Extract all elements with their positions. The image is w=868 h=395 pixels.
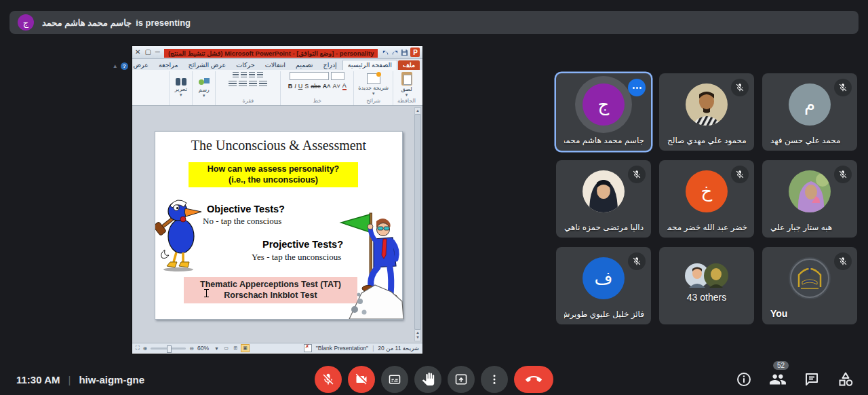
captions-icon	[388, 373, 401, 386]
climber-with-flag-cartoon	[329, 212, 403, 319]
activities-button[interactable]	[837, 371, 854, 388]
participant-name: فائز خليل عليوي طويرش	[564, 309, 644, 319]
participant-tile[interactable]: ف فائز خليل عليوي طويرش	[556, 247, 651, 324]
quick-access-toolbar: P	[382, 48, 420, 57]
presenting-status: is presenting	[136, 18, 191, 28]
powerpoint-titlebar: ✕ ▢ ─ personality - [وضع التوافق] - Micr…	[132, 46, 422, 59]
info-icon	[736, 371, 752, 388]
reading-view-icon: ▭	[222, 344, 231, 352]
participant-tile[interactable]: هبه ستار جبار علي	[762, 160, 857, 238]
self-tile[interactable]: You	[762, 247, 857, 324]
group-label-font: خط	[313, 97, 322, 105]
undo-icon	[382, 49, 389, 56]
meet-app: ج جاسم محمد هاشم محمد is presenting ✕ ▢ …	[0, 0, 868, 395]
participant-name: داليا مرتضى حمزه ناهي	[564, 223, 644, 232]
participant-tile[interactable]: داليا مرتضى حمزه ناهي	[556, 160, 651, 238]
meeting-details-button[interactable]	[735, 371, 753, 388]
objective-tests-heading: Objective Tests?	[207, 204, 285, 214]
avatar-logo	[789, 257, 831, 299]
powerpoint-statusbar: ⛶ ⊕ ⊖ 60% ▼ ▭ ⊞ ▣ "Blank Presentation" |…	[132, 343, 422, 353]
participant-name: جاسم محمد هاشم محمد	[564, 136, 644, 145]
group-label-clipboard: الحافظة	[397, 97, 416, 105]
raise-hand-button[interactable]	[414, 366, 441, 393]
mic-off-icon	[628, 166, 646, 183]
present-button[interactable]	[448, 366, 475, 393]
presenter-avatar-letter: ج	[23, 18, 28, 28]
presenter-name: جاسم محمد هاشم محمد	[42, 18, 132, 28]
leave-call-button[interactable]	[514, 366, 553, 393]
participant-tile[interactable]: خ خضر عبد الله خضر محمد	[659, 160, 754, 238]
slideshow-view-icon: ▼	[212, 344, 221, 352]
redo-icon	[391, 49, 399, 56]
font-size-box	[331, 72, 344, 80]
scroll-up-icon: ▲	[416, 109, 420, 113]
mic-off-icon	[731, 79, 749, 96]
sorter-view-icon: ⊞	[231, 344, 240, 352]
paste-button: لصق ▼	[401, 72, 412, 97]
more-options-button[interactable]	[481, 366, 508, 393]
participant-tile-presenter[interactable]: ج جاسم محمد هاشم محمد	[556, 73, 651, 151]
list-buttons	[233, 72, 263, 78]
font-color-icon: A	[342, 82, 347, 90]
mic-off-icon	[834, 79, 852, 96]
organization-logo	[789, 257, 831, 299]
participant-photo	[583, 170, 625, 212]
previous-slide-icon: ▲	[416, 331, 420, 335]
mic-off-icon	[834, 166, 852, 183]
panel-buttons: 52	[735, 371, 854, 388]
mic-toggle-button[interactable]	[315, 366, 342, 393]
mic-off-icon	[321, 373, 335, 386]
presenting-banner: ج جاسم محمد هاشم محمد is presenting	[9, 11, 859, 34]
text-cursor	[204, 289, 209, 297]
shadow-icon: S	[304, 83, 309, 90]
mic-off-icon	[834, 252, 852, 270]
overflow-tile[interactable]: 43 others	[659, 247, 754, 324]
window-close-icon: ✕	[135, 49, 140, 56]
presenter-avatar: ج	[18, 14, 34, 31]
paste-icon	[401, 72, 412, 86]
theme-name: "Blank Presentation"	[316, 345, 368, 352]
avatar: ج	[583, 83, 625, 126]
indent-icon	[249, 72, 255, 78]
participant-photo	[686, 83, 728, 126]
captions-button[interactable]	[381, 366, 408, 393]
dodo-bird-cartoon	[155, 187, 203, 272]
camera-off-icon	[355, 373, 368, 386]
tab-slideshow: عرض الشرائح	[184, 60, 231, 70]
participant-tile[interactable]: محمود علي مهدي صالح	[659, 73, 754, 151]
font-name-box	[290, 72, 329, 80]
new-slide-button: شريحة جديدة ▼	[358, 73, 389, 96]
align-buttons	[229, 81, 267, 87]
font-buttons: B I U S abc A˄ A˅ A	[288, 82, 347, 90]
tab-transitions: انتقالات	[260, 60, 290, 70]
divider: |	[68, 373, 71, 385]
speaking-ring: ج	[575, 76, 632, 133]
slide-scrollbar: ▲ ▲ ▼	[414, 107, 421, 341]
participant-grid: ج جاسم محمد هاشم محمد	[556, 73, 857, 324]
avatar: ف	[583, 257, 625, 299]
line-spacing-icon	[257, 72, 263, 78]
bottom-bar: 11:30 AM | hiw-aigm-gne	[0, 363, 868, 395]
meeting-code: hiw-aigm-gne	[79, 373, 144, 385]
participant-tile[interactable]: م محمد علي حسن فهد	[762, 73, 857, 151]
chat-icon	[804, 371, 820, 388]
normal-view-icon: ▣	[241, 344, 250, 352]
overflow-count-label: 43 others	[659, 292, 754, 303]
group-label-slides: شرائح	[366, 97, 380, 105]
avatar-photo	[789, 170, 831, 212]
chat-button[interactable]	[803, 371, 821, 388]
tab-view: عرض	[129, 60, 153, 70]
camera-toggle-button[interactable]	[348, 366, 375, 393]
ribbon-group-slides: شريحة جديدة ▼ شرائح	[353, 71, 393, 105]
scrollbar-thumb	[414, 114, 421, 330]
participants-button[interactable]: 52	[769, 371, 787, 388]
screenshare-stage[interactable]: ✕ ▢ ─ personality - [وضع التوافق] - Micr…	[132, 46, 422, 354]
tile-options-button[interactable]	[628, 79, 646, 96]
call-end-icon	[526, 371, 542, 388]
overflow-avatars	[688, 263, 726, 288]
align-center-icon	[239, 81, 247, 87]
align-right-icon	[229, 81, 237, 87]
participant-photo	[789, 170, 831, 212]
zoom-out-icon: ⊖	[189, 345, 194, 352]
slide-counter: شريحة 11 من 20	[378, 345, 419, 352]
